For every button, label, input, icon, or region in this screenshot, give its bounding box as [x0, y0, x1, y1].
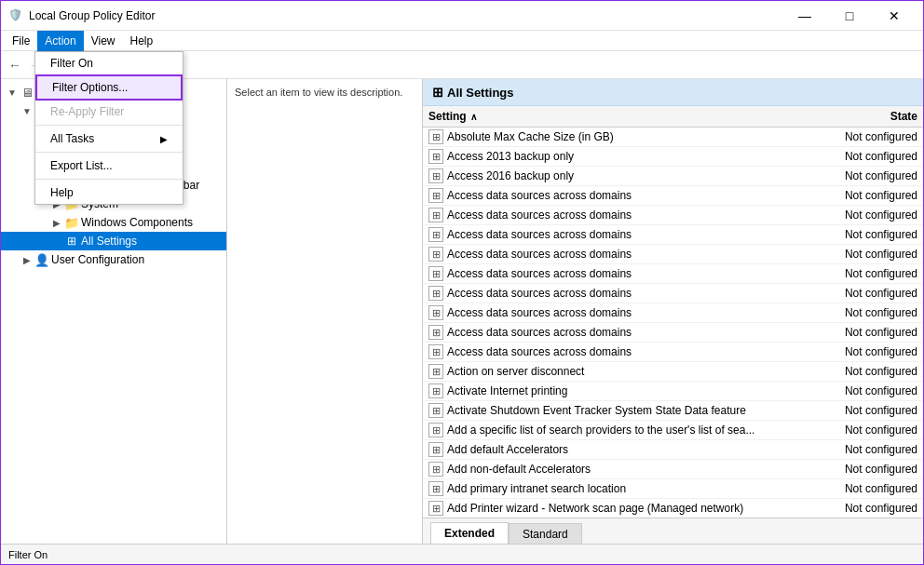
table-row[interactable]: ⊞ Activate Internet printing Not configu…	[423, 382, 923, 401]
maximize-button[interactable]: □	[828, 4, 871, 28]
setting-name: Access 2013 backup only	[447, 150, 806, 163]
menu-file[interactable]: File	[5, 31, 37, 51]
status-text: Filter On	[8, 549, 48, 560]
submenu-arrow: ▶	[160, 134, 168, 144]
setting-name: Activate Shutdown Event Tracker System S…	[447, 404, 806, 417]
table-row[interactable]: ⊞ Access data sources across domains Not…	[423, 284, 923, 303]
table-row[interactable]: ⊞ Access data sources across domains Not…	[423, 303, 923, 323]
setting-state: Not configured	[806, 169, 917, 182]
setting-state: Not configured	[806, 326, 917, 339]
setting-icon: ⊞	[428, 403, 443, 418]
folder-icon-windows-components: 📁	[64, 215, 79, 230]
action-dropdown-menu: Filter On Filter Options... Re-Apply Fil…	[34, 51, 183, 205]
table-row[interactable]: ⊞ Access data sources across domains Not…	[423, 225, 923, 245]
setting-icon: ⊞	[428, 344, 443, 359]
table-row[interactable]: ⊞ Add Printer wizard - Network scan page…	[423, 499, 923, 518]
dropdown-filter-options[interactable]: Filter Options...	[35, 74, 183, 101]
table-row[interactable]: ⊞ Access data sources across domains Not…	[423, 186, 923, 206]
setting-state: Not configured	[806, 482, 917, 495]
setting-name: Access data sources across domains	[447, 209, 806, 222]
settings-title-icon: ⊞	[432, 85, 443, 100]
tree-item-windows-components[interactable]: ▶ 📁 Windows Components	[1, 213, 226, 232]
setting-name: Access data sources across domains	[447, 306, 806, 319]
window-title: Local Group Policy Editor	[29, 9, 783, 22]
setting-state: Not configured	[806, 150, 917, 163]
tree-item-user-config[interactable]: ▶ 👤 User Configuration	[1, 250, 226, 269]
dropdown-all-tasks[interactable]: All Tasks ▶	[35, 128, 183, 150]
setting-state: Not configured	[806, 404, 917, 417]
setting-state: Not configured	[806, 287, 917, 300]
back-button[interactable]: ←	[5, 55, 25, 75]
setting-name: Add default Accelerators	[447, 443, 806, 456]
setting-state: Not configured	[806, 130, 917, 143]
setting-icon: ⊞	[428, 188, 443, 203]
setting-icon: ⊞	[428, 129, 443, 144]
dropdown-help[interactable]: Help	[35, 182, 183, 204]
setting-icon: ⊞	[428, 442, 443, 457]
table-row[interactable]: ⊞ Add non-default Accelerators Not confi…	[423, 460, 923, 479]
table-row[interactable]: ⊞ Access 2016 backup only Not configured	[423, 167, 923, 186]
dropdown-separator-2	[35, 152, 183, 153]
col-state-header[interactable]: State	[806, 110, 917, 123]
tree-toggle-windows-components[interactable]: ▶	[49, 215, 64, 230]
settings-title: ⊞ All Settings	[432, 86, 514, 100]
title-bar: 🛡️ Local Group Policy Editor — □ ✕	[1, 1, 923, 31]
setting-state: Not configured	[806, 384, 917, 397]
setting-icon: ⊞	[428, 266, 443, 281]
settings-icon-all: ⊞	[64, 234, 79, 249]
tree-label-windows-components: Windows Components	[81, 216, 193, 229]
col-setting-header[interactable]: Setting ∧	[428, 110, 806, 123]
setting-state: Not configured	[806, 365, 917, 378]
menu-help[interactable]: Help	[123, 31, 161, 51]
tree-label-user-config: User Configuration	[51, 253, 144, 266]
table-row[interactable]: ⊞ Absolute Max Cache Size (in GB) Not co…	[423, 128, 923, 147]
dropdown-separator-1	[35, 125, 183, 126]
table-row[interactable]: ⊞ Activate Shutdown Event Tracker System…	[423, 401, 923, 421]
tree-toggle-local[interactable]: ▼	[5, 85, 20, 100]
dropdown-reapply-filter: Re-Apply Filter	[35, 101, 183, 123]
setting-icon: ⊞	[428, 325, 443, 340]
tab-standard[interactable]: Standard	[509, 523, 582, 544]
setting-state: Not configured	[806, 463, 917, 476]
menu-bar: File Action View Help Filter On Filter O…	[1, 31, 923, 51]
setting-icon: ⊞	[428, 423, 443, 437]
menu-action[interactable]: Action	[37, 31, 83, 51]
setting-name: Access data sources across domains	[447, 326, 806, 339]
setting-name: Absolute Max Cache Size (in GB)	[447, 130, 806, 143]
setting-icon: ⊞	[428, 501, 443, 516]
table-row[interactable]: ⊞ Access data sources across domains Not…	[423, 343, 923, 362]
table-row[interactable]: ⊞ Add default Accelerators Not configure…	[423, 440, 923, 460]
tab-bar: Extended Standard	[423, 518, 923, 544]
tree-toggle-user-config[interactable]: ▶	[20, 252, 34, 267]
setting-name: Access data sources across domains	[447, 189, 806, 202]
settings-panel: ⊞ All Settings Setting ∧ State	[423, 79, 923, 544]
setting-state: Not configured	[806, 267, 917, 280]
settings-rows-container: ⊞ Absolute Max Cache Size (in GB) Not co…	[423, 128, 923, 518]
setting-name: Activate Internet printing	[447, 384, 806, 397]
tree-toggle-computer-config[interactable]: ▼	[20, 103, 34, 118]
computer-icon: 🖥	[20, 85, 34, 100]
tab-extended[interactable]: Extended	[430, 522, 509, 544]
description-panel: Select an item to view its description.	[227, 79, 423, 544]
menu-view[interactable]: View	[84, 31, 123, 51]
setting-icon: ⊞	[428, 286, 443, 301]
dropdown-filter-on[interactable]: Filter On	[35, 52, 183, 74]
setting-state: Not configured	[806, 502, 917, 515]
table-row[interactable]: ⊞ Access data sources across domains Not…	[423, 245, 923, 264]
table-row[interactable]: ⊞ Access data sources across domains Not…	[423, 323, 923, 343]
setting-state: Not configured	[806, 424, 917, 437]
table-row[interactable]: ⊞ Access data sources across domains Not…	[423, 264, 923, 284]
settings-table: Setting ∧ State ⊞ Absolute Max Cache Siz…	[423, 106, 923, 518]
dropdown-export-list[interactable]: Export List...	[35, 155, 183, 177]
table-row[interactable]: ⊞ Access data sources across domains Not…	[423, 206, 923, 225]
setting-state: Not configured	[806, 306, 917, 319]
close-button[interactable]: ✕	[873, 4, 916, 28]
table-row[interactable]: ⊞ Add a specific list of search provider…	[423, 421, 923, 440]
minimize-button[interactable]: —	[783, 4, 826, 28]
tree-item-all-settings[interactable]: ▶ ⊞ All Settings	[1, 232, 226, 250]
setting-state: Not configured	[806, 189, 917, 202]
setting-name: Access data sources across domains	[447, 228, 806, 241]
table-row[interactable]: ⊞ Access 2013 backup only Not configured	[423, 147, 923, 167]
table-row[interactable]: ⊞ Add primary intranet search location N…	[423, 479, 923, 499]
table-row[interactable]: ⊞ Action on server disconnect Not config…	[423, 362, 923, 382]
